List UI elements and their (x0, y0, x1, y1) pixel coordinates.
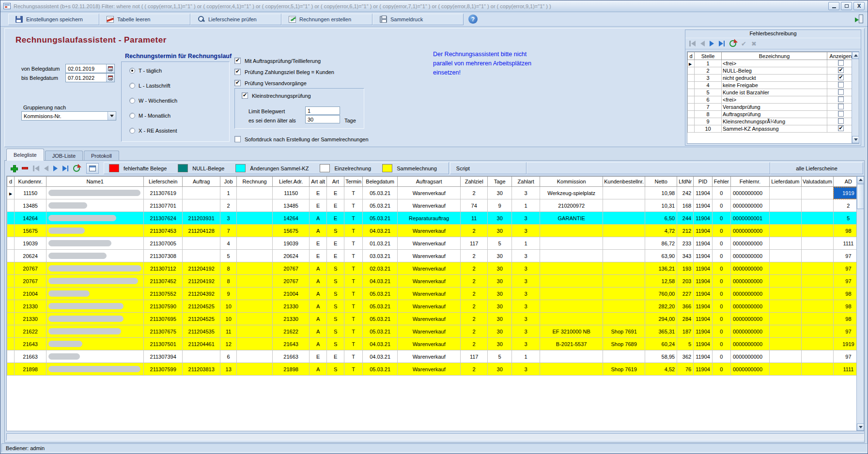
cell-zahlart[interactable]: 3 (512, 187, 540, 199)
cell-fehler[interactable]: 0 (712, 350, 730, 363)
cell-lfdnr[interactable]: 168 (677, 199, 694, 212)
cell-fehlernr[interactable]: 0000000000 (730, 300, 769, 313)
radio-option-t[interactable]: T - täglich (129, 68, 162, 74)
cell-kommission[interactable] (540, 313, 603, 325)
cell-job[interactable]: 10 (220, 300, 237, 313)
cell-artalt[interactable]: A (310, 363, 327, 376)
column-header-pid[interactable]: PID (694, 177, 713, 187)
cell-job[interactable]: 10 (220, 313, 237, 325)
cell-auftrag[interactable]: 211204535 (183, 325, 220, 338)
cell-rechnung[interactable] (237, 350, 273, 363)
cell-tage[interactable]: 30 (488, 250, 512, 262)
cell-art[interactable]: E (327, 212, 344, 225)
cell-zahlziel[interactable]: 2 (461, 338, 488, 350)
cell-belegdatum[interactable]: 05.03.21 (363, 288, 398, 300)
column-header-zahlziel[interactable]: Zahlziel (461, 177, 488, 187)
table-row[interactable]: 213302113076952112045251021330AST05.03.2… (7, 313, 864, 325)
cell-kommission[interactable] (540, 275, 603, 288)
cell-fehlernr[interactable]: 0000000000 (730, 225, 769, 237)
cell-pid[interactable]: 11904 (694, 288, 713, 300)
cell-kundenbestellnr[interactable]: Shop 7619 (603, 363, 645, 376)
cell-kundennr[interactable]: 20767 (15, 262, 46, 275)
cell-lieferschein[interactable]: 211307619 (144, 187, 183, 199)
cell-lieferdatum[interactable] (769, 300, 801, 313)
cell-zahlziel[interactable]: 2 (461, 275, 488, 288)
cell-pid[interactable]: 11904 (694, 313, 713, 325)
cell-termin[interactable]: T (344, 313, 363, 325)
cell-pid[interactable]: 11904 (694, 262, 713, 275)
cell-lfdnr[interactable]: 362 (677, 350, 694, 363)
cell-tage[interactable]: 9 (488, 199, 512, 212)
cell-auftrag[interactable]: 211204461 (183, 338, 220, 350)
cell-auftragsart[interactable]: Reparaturauftrag (398, 212, 461, 225)
cell-kundennr[interactable]: 11150 (15, 187, 46, 199)
cell-kundenbestellnr[interactable] (603, 250, 645, 262)
cell-auftrag[interactable]: 211204192 (183, 275, 220, 288)
cell-lieferdatum[interactable] (769, 199, 801, 212)
cell-lfdnr[interactable]: 233 (677, 237, 694, 250)
cell-auftrag[interactable] (183, 237, 220, 250)
column-header-fehlernr[interactable]: Fehlernr. (730, 177, 769, 187)
cell-zahlziel[interactable]: 2 (461, 288, 488, 300)
cell-artalt[interactable]: A (310, 338, 327, 350)
cell-kundennr[interactable]: 21004 (15, 288, 46, 300)
cell-artalt[interactable]: E (310, 237, 327, 250)
cell-auftrag[interactable]: 211203813 (183, 363, 220, 376)
cell-fehler[interactable]: 0 (712, 338, 730, 350)
cell-pid[interactable]: 11904 (694, 225, 713, 237)
cell-auftrag[interactable] (183, 199, 220, 212)
cell-kundenbestellnr[interactable]: Shop 7691 (603, 325, 645, 338)
cell-lieferadr[interactable]: 21643 (273, 338, 310, 350)
cell-valutadatum[interactable] (801, 300, 833, 313)
table-row[interactable]: 13485211307701213485EET05.03.21Warenverk… (7, 199, 864, 212)
cell-lfdnr[interactable]: 187 (677, 325, 694, 338)
cell-pid[interactable]: 11904 (694, 325, 713, 338)
cell-kundenbestellnr[interactable]: Shop 7689 (603, 338, 645, 350)
cell-kommission[interactable] (540, 363, 603, 376)
column-header-lieferadr[interactable]: Liefer.Adr. (273, 177, 310, 187)
cell-lfdnr[interactable]: 203 (677, 275, 694, 288)
cell-kommission[interactable] (540, 250, 603, 262)
cell-netto[interactable]: 60,24 (645, 338, 677, 350)
cell-lieferadr[interactable]: 15675 (273, 225, 310, 237)
cell-belegdatum[interactable]: 05.03.21 (363, 325, 398, 338)
cell-belegdatum[interactable]: 01.03.21 (363, 237, 398, 250)
cell-netto[interactable]: 4,52 (645, 363, 677, 376)
cell-rechnung[interactable] (237, 187, 273, 199)
cell-netto[interactable]: 365,31 (645, 325, 677, 338)
collective-print-button[interactable]: Sammeldruck (372, 14, 464, 25)
cell-lieferadr[interactable]: 14264 (273, 212, 310, 225)
cell-art[interactable]: S (327, 275, 344, 288)
cell-netto[interactable]: 282,20 (645, 300, 677, 313)
cell-pid[interactable]: 11904 (694, 250, 713, 262)
cell-auftrag[interactable]: 211204192 (183, 262, 220, 275)
cell-name1[interactable] (46, 338, 144, 350)
cell-valutadatum[interactable] (801, 187, 833, 199)
cell-lieferadr[interactable]: 21004 (273, 288, 310, 300)
cell-lieferadr[interactable]: 20767 (273, 262, 310, 275)
cell-auftrag[interactable] (183, 187, 220, 199)
cell-lieferdatum[interactable] (769, 288, 801, 300)
cell-lieferschein[interactable]: 211307624 (144, 212, 183, 225)
cell-job[interactable]: 4 (220, 237, 237, 250)
cell-valutadatum[interactable] (801, 313, 833, 325)
cell-lieferadr[interactable]: 21330 (273, 313, 310, 325)
grid-horizontal-scrollbar[interactable] (6, 433, 864, 440)
cell-art[interactable]: S (327, 225, 344, 237)
table-row[interactable]: 216222113076752112045351121622AST05.03.2… (7, 325, 864, 338)
cell-lieferschein[interactable]: 211307675 (144, 325, 183, 338)
previous-record-button[interactable] (700, 41, 705, 46)
cell-lfdnr[interactable]: 366 (677, 300, 694, 313)
cell-belegdatum[interactable]: 05.03.21 (363, 313, 398, 325)
cell-fehlernr[interactable]: 0000000000 (730, 313, 769, 325)
cell-tage[interactable]: 30 (488, 313, 512, 325)
table-row[interactable]: ▶11150211307619111150EET05.03.21Warenver… (7, 187, 864, 199)
cell-valutadatum[interactable] (801, 288, 833, 300)
cell-job[interactable]: 5 (220, 250, 237, 262)
cell-lfdnr[interactable]: 5 (677, 338, 694, 350)
cell-lieferdatum[interactable] (769, 225, 801, 237)
cell-belegdatum[interactable]: 05.03.21 (363, 187, 398, 199)
cell-lieferdatum[interactable] (769, 187, 801, 199)
cell-pid[interactable]: 11904 (694, 187, 713, 199)
cell-kundenbestellnr[interactable] (603, 199, 645, 212)
